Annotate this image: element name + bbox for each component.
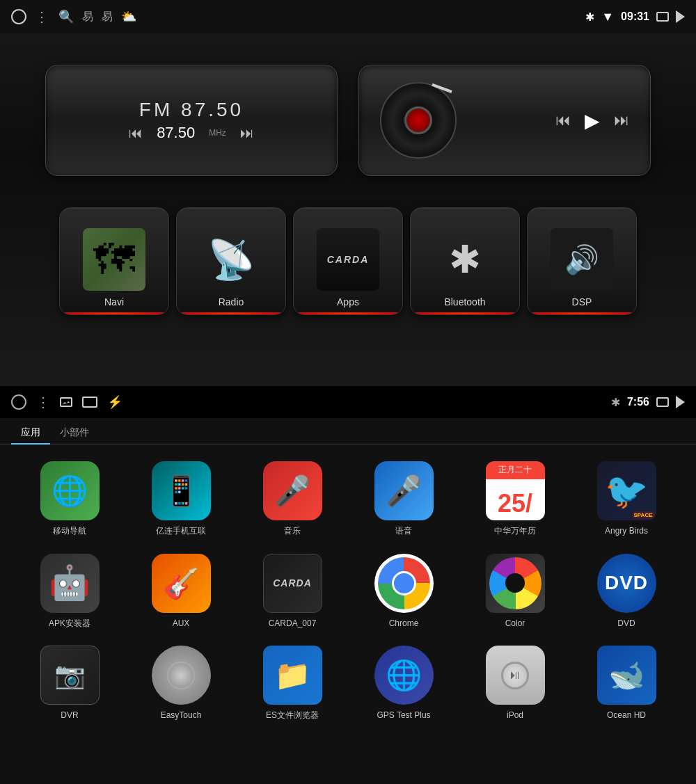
app-dvr[interactable]: 📷 DVR [14,636,125,728]
app-yilian[interactable]: 📱 亿连手机互联 [125,451,237,544]
tablet-icon-bottom [82,397,97,408]
angry-birds-label: Angry Birds [605,526,648,537]
usb-icon-bottom: ⚡ [107,394,122,410]
navi-label: Navi [104,296,124,307]
status-bar-bottom: ⋮ ⚡ ✱ 7:56 [0,386,696,418]
app-chrome[interactable]: Chrome [348,544,459,637]
status-bar-bottom-left: ⋮ ⚡ [11,394,122,410]
app-ocean-hd[interactable]: 🐋 Ocean HD [571,636,682,728]
time-display-top: 09:31 [621,10,649,23]
radio-label: Radio [219,296,244,307]
apps-label: Apps [337,296,359,307]
gps-label: GPS Test Plus [377,710,430,721]
dvr-icon: 📷 [40,646,100,705]
fm-label: FM 87.50 [139,99,244,121]
icon2: 易 [102,10,113,24]
media-area: FM 87.50 ⏮ 87.50 MHz ⏭ ⏮ ▶ ⏭ [0,33,696,200]
yilian-label: 亿连手机互联 [156,526,206,537]
chrome-label: Chrome [389,618,419,630]
app-es-browser[interactable]: 📁 ES文件浏览器 [237,636,348,728]
app-easytouch[interactable]: EasyTouch [125,636,237,728]
media-player: ⏮ ▶ ⏭ [358,65,651,176]
voice-icon: 🎤 [374,461,434,520]
apps-icon: CARDA [317,228,379,291]
color-center [505,573,525,593]
bluetooth-label: Bluetooth [444,296,485,307]
bluetooth-icon: ✱ [434,228,496,291]
chrome-circle [378,557,430,609]
easytouch-label: EasyTouch [161,710,202,721]
next-track-btn[interactable]: ⏭ [614,111,629,129]
radio-tile[interactable]: 📡 Radio [176,207,286,315]
icon1: 易 [82,10,93,24]
music-icon: 🎤 [263,461,322,520]
tabs-row: 应用 小部件 [0,418,696,445]
weather-icon: ⛅ [121,9,136,24]
search-icon: 🔍 [58,9,74,24]
status-bar-bottom-right: ✱ 7:56 [611,396,685,409]
dsp-icon: 🔊 [551,228,613,291]
bluetooth-icon-top: ✱ [585,10,594,24]
app-angry-birds[interactable]: 🐦 SPACE Angry Birds [571,451,682,544]
color-circle [489,557,541,609]
status-bar-top: ⋮ 🔍 易 易 ⛅ ✱ ▼ 09:31 [0,0,696,33]
ipod-label: iPod [507,710,523,721]
tab-apps[interactable]: 应用 [11,422,50,445]
time-display-bottom: 7:56 [627,396,649,408]
aux-icon: 🎸 [152,554,211,613]
status-bar-top-right: ✱ ▼ 09:31 [585,10,685,24]
yilian-icon: 📱 [152,461,211,520]
mhz-label: MHz [209,128,226,138]
status-bar-top-left: ⋮ 🔍 易 易 ⛅ [11,8,136,25]
mobile-nav-icon: 🌐 [40,461,100,520]
ipod-icon: ⏯ [486,646,545,705]
chrome-inner [392,571,416,595]
car-head-unit: ⋮ 🔍 易 易 ⛅ ✱ ▼ 09:31 FM 87.50 ⏮ 87.50 MHz… [0,0,696,386]
mobile-nav-label: 移动导航 [53,526,86,537]
es-icon: 📁 [263,646,322,705]
app-mobile-nav[interactable]: 🌐 移动导航 [14,451,125,544]
apps-tile[interactable]: CARDA Apps [293,207,403,315]
radio-icon: 📡 [200,228,262,291]
app-aux[interactable]: 🎸 AUX [125,544,237,637]
app-dvd[interactable]: DVD DVD [571,544,682,637]
bluetooth-tile[interactable]: ✱ Bluetooth [410,207,520,315]
carda007-label: CARDA_007 [269,618,317,630]
color-label: Color [505,618,525,630]
navi-tile[interactable]: Navi [59,207,169,315]
prev-station-btn[interactable]: ⏮ [129,125,143,141]
next-station-btn[interactable]: ⏭ [240,125,254,141]
app-color[interactable]: Color [459,544,571,637]
calendar-label: 中华万年历 [494,526,536,537]
voice-label: 语音 [395,526,412,537]
gps-icon: 🌐 [374,646,434,705]
circle-icon-bottom [11,394,26,410]
play-btn[interactable]: ▶ [585,109,600,132]
music-label: 音乐 [284,526,301,537]
tab-widgets[interactable]: 小部件 [50,422,99,445]
square-icon-top [656,12,669,22]
app-carda007[interactable]: CARDA CARDA_007 [237,544,348,637]
prev-track-btn[interactable]: ⏮ [555,111,571,129]
wifi-icon-top: ▼ [601,10,614,24]
color-icon [486,554,545,613]
needle [432,83,452,93]
app-ipod[interactable]: ⏯ iPod [459,636,571,728]
apk-label: APK安装器 [49,618,90,630]
dsp-label: DSP [572,296,592,307]
ocean-label: Ocean HD [607,710,646,721]
app-apk[interactable]: 🤖 APK安装器 [14,544,125,637]
es-label: ES文件浏览器 [266,710,319,721]
apk-icon: 🤖 [40,554,100,613]
carda007-icon: CARDA [263,554,322,613]
calendar-icon: 正月二十 25/ [486,461,545,520]
dvd-label: DVD [617,618,635,630]
app-calendar[interactable]: 正月二十 25/ 中华万年历 [459,451,571,544]
square-icon-bottom [656,397,669,407]
app-music[interactable]: 🎤 音乐 [237,451,348,544]
app-voice[interactable]: 🎤 语音 [348,451,459,544]
app-gps-test[interactable]: 🌐 GPS Test Plus [348,636,459,728]
car-app-grid: Navi 📡 Radio CARDA Apps ✱ Bluetooth 🔊 DS… [0,200,696,329]
dsp-tile[interactable]: 🔊 DSP [527,207,637,315]
vinyl-record [380,82,457,159]
